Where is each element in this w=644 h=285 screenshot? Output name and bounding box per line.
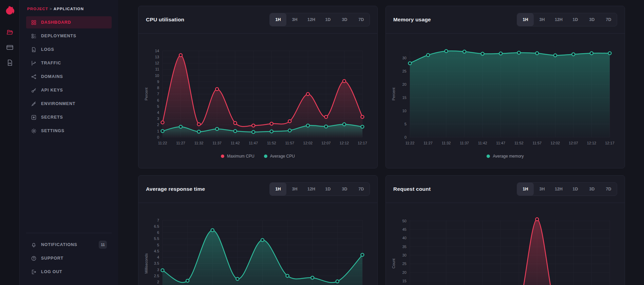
time-range-12h[interactable]: 12H xyxy=(303,13,320,26)
svg-text:25: 25 xyxy=(402,69,406,73)
svg-text:Percent: Percent xyxy=(144,88,148,101)
svg-text:35: 35 xyxy=(402,245,406,249)
time-range-1d[interactable]: 1D xyxy=(567,183,584,196)
sidebar-item-label: LOGS xyxy=(41,47,54,52)
time-range-3h[interactable]: 3H xyxy=(534,183,550,196)
svg-text:11:32: 11:32 xyxy=(194,141,204,145)
svg-text:12:12: 12:12 xyxy=(587,141,596,145)
sidebar-item-logout[interactable]: LOG OUT xyxy=(26,266,112,278)
sidebar-divider xyxy=(26,233,112,233)
svg-text:9: 9 xyxy=(157,80,159,84)
svg-text:0: 0 xyxy=(157,135,159,139)
svg-text:25: 25 xyxy=(402,262,406,266)
sidebar-item-notifications[interactable]: NOTIFICATIONS 11 xyxy=(26,239,112,251)
file-code-icon[interactable] xyxy=(6,59,14,66)
syringe-icon xyxy=(31,101,37,107)
time-range-3d[interactable]: 3D xyxy=(584,183,600,196)
sidebar-item-label: SECRETS xyxy=(41,115,63,120)
sidebar-item-label: LOG OUT xyxy=(41,269,62,274)
svg-text:10: 10 xyxy=(402,109,406,113)
sidebar: PROJECT>APPLICATION DASHBOARD DEPLOYMENT… xyxy=(20,0,118,285)
time-range-3d[interactable]: 3D xyxy=(584,13,600,26)
svg-text:2: 2 xyxy=(157,280,159,284)
svg-text:3: 3 xyxy=(157,268,159,272)
sidebar-item-settings[interactable]: SETTINGS xyxy=(26,125,112,137)
request-count-chart[interactable]: 05101520253035404550Count xyxy=(386,209,625,285)
breadcrumb: PROJECT>APPLICATION xyxy=(27,7,112,11)
time-range-selector: 1H 3H 12H 1D 3D 7D xyxy=(269,182,370,196)
time-range-7d[interactable]: 7D xyxy=(600,183,617,196)
card-title: Average response time xyxy=(146,186,205,192)
time-range-1d[interactable]: 1D xyxy=(320,183,336,196)
sidebar-item-secrets[interactable]: SECRETS xyxy=(26,111,112,123)
svg-text:12:12: 12:12 xyxy=(340,141,349,145)
svg-text:6.5: 6.5 xyxy=(154,224,159,228)
sidebar-item-label: DEPLOYMENTS xyxy=(41,34,76,38)
average-response-time-card: Average response time 1H 3H 12H 1D 3D 7D… xyxy=(138,175,378,285)
time-range-1h[interactable]: 1H xyxy=(517,13,534,26)
traffic-chart-icon xyxy=(31,60,37,66)
time-range-1h[interactable]: 1H xyxy=(270,183,286,196)
time-range-7d[interactable]: 7D xyxy=(600,13,617,26)
svg-text:7: 7 xyxy=(157,218,159,222)
sidebar-item-dashboard[interactable]: DASHBOARD xyxy=(26,16,112,28)
time-range-3h[interactable]: 3H xyxy=(286,183,303,196)
average-response-time-chart[interactable]: 00.511.522.533.544.555.566.57Millisecond… xyxy=(138,209,378,285)
svg-text:5: 5 xyxy=(404,122,406,126)
time-range-12h[interactable]: 12H xyxy=(303,183,320,196)
time-range-3h[interactable]: 3H xyxy=(286,13,303,26)
time-range-selector: 1H 3H 12H 1D 3D 7D xyxy=(269,13,370,26)
sidebar-item-support[interactable]: SUPPORT xyxy=(26,252,112,264)
svg-text:14: 14 xyxy=(155,49,159,53)
legend-item: Maximum CPU xyxy=(221,154,254,159)
svg-text:Count: Count xyxy=(392,259,396,268)
time-range-7d[interactable]: 7D xyxy=(353,13,370,26)
card-header: Request count 1H 3H 12H 1D 3D 7D xyxy=(386,176,625,203)
legend-item: Average CPU xyxy=(264,154,295,159)
svg-text:20: 20 xyxy=(402,270,406,274)
deployments-icon xyxy=(31,33,37,39)
svg-text:3.5: 3.5 xyxy=(154,261,159,265)
svg-text:Percent: Percent xyxy=(392,88,396,101)
svg-text:11:32: 11:32 xyxy=(442,141,451,145)
billing-card-icon[interactable] xyxy=(6,44,14,51)
time-range-12h[interactable]: 12H xyxy=(550,13,567,26)
sidebar-item-environment[interactable]: ENVIRONMENT xyxy=(26,98,112,110)
time-range-1d[interactable]: 1D xyxy=(320,13,336,26)
time-range-12h[interactable]: 12H xyxy=(550,183,567,196)
svg-text:6: 6 xyxy=(157,98,159,102)
projects-folder-icon[interactable] xyxy=(6,28,14,36)
card-title: CPU utilisation xyxy=(146,17,184,23)
memory-usage-chart[interactable]: 05101520253011:2211:2711:3211:3711:4211:… xyxy=(386,39,625,151)
legend-label: Average memory xyxy=(493,154,524,159)
time-range-3d[interactable]: 3D xyxy=(336,13,353,26)
svg-text:15: 15 xyxy=(402,279,406,283)
cpu-utilisation-chart[interactable]: 0123456789101112131411:2211:2711:3211:37… xyxy=(138,39,378,151)
time-range-1d[interactable]: 1D xyxy=(567,13,584,26)
legend-dot xyxy=(221,155,224,158)
card-title: Request count xyxy=(393,186,431,192)
secrets-box-icon xyxy=(31,115,37,120)
sidebar-item-api-keys[interactable]: API KEYS xyxy=(26,84,112,96)
svg-text:11:37: 11:37 xyxy=(212,141,222,145)
time-range-3h[interactable]: 3H xyxy=(534,13,550,26)
svg-text:3: 3 xyxy=(157,117,159,121)
breadcrumb-application[interactable]: APPLICATION xyxy=(54,7,84,11)
time-range-7d[interactable]: 7D xyxy=(353,183,370,196)
svg-text:11:47: 11:47 xyxy=(249,141,258,145)
sidebar-item-traffic[interactable]: TRAFFIC xyxy=(26,57,112,69)
sidebar-item-logs[interactable]: LOGS xyxy=(26,43,112,56)
svg-text:10: 10 xyxy=(155,74,159,78)
time-range-1h[interactable]: 1H xyxy=(270,13,286,26)
breadcrumb-project[interactable]: PROJECT xyxy=(27,7,48,11)
svg-text:12:17: 12:17 xyxy=(358,141,367,145)
time-range-1h[interactable]: 1H xyxy=(517,183,534,196)
time-range-selector: 1H 3H 12H 1D 3D 7D xyxy=(517,182,617,196)
sidebar-item-deployments[interactable]: DEPLOYMENTS xyxy=(26,30,112,42)
legend-dot xyxy=(264,155,267,158)
sidebar-item-domains[interactable]: DOMAINS xyxy=(26,70,112,83)
nest-logo[interactable] xyxy=(4,5,16,16)
time-range-3d[interactable]: 3D xyxy=(336,183,353,196)
svg-text:12: 12 xyxy=(155,61,159,65)
svg-text:11:42: 11:42 xyxy=(231,141,240,145)
